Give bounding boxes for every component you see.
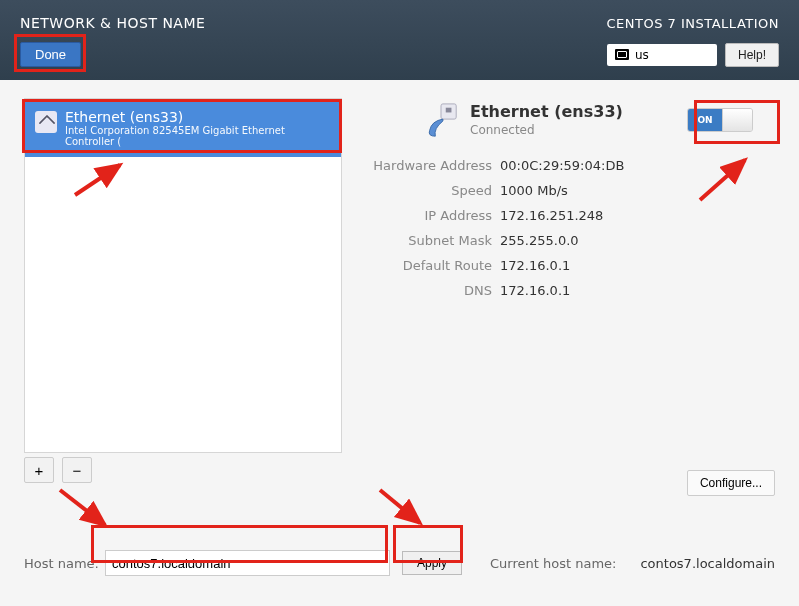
speed-label: Speed	[362, 183, 492, 198]
add-nic-button[interactable]: +	[24, 457, 54, 483]
nic-details: Ethernet (ens33) Connected ON Hardware A…	[362, 98, 775, 483]
nic-list[interactable]: Ethernet (ens33) Intel Corporation 82545…	[24, 98, 342, 453]
subnet-value: 255.255.0.0	[500, 233, 775, 248]
details-interface-name: Ethernet (ens33)	[470, 102, 623, 121]
current-hostname-label: Current host name:	[490, 556, 616, 571]
apply-button[interactable]: Apply	[402, 551, 462, 575]
connection-toggle[interactable]: ON	[687, 108, 753, 132]
nic-list-toolbar: + −	[24, 457, 342, 483]
remove-nic-button[interactable]: −	[62, 457, 92, 483]
ethernet-icon	[35, 111, 57, 133]
toggle-on-label: ON	[688, 109, 722, 131]
hw-addr-label: Hardware Address	[362, 158, 492, 173]
keyboard-icon	[615, 49, 629, 60]
dns-label: DNS	[362, 283, 492, 298]
top-header: NETWORK & HOST NAME CENTOS 7 INSTALLATIO…	[0, 0, 799, 80]
details-status: Connected	[470, 123, 623, 137]
ethernet-large-icon	[422, 102, 460, 140]
keyboard-layout-label: us	[635, 48, 649, 62]
nic-item-description: Intel Corporation 82545EM Gigabit Ethern…	[65, 125, 331, 147]
hostname-label: Host name:	[24, 556, 99, 571]
speed-value: 1000 Mb/s	[500, 183, 775, 198]
page-title: NETWORK & HOST NAME	[20, 15, 205, 31]
nic-item-name: Ethernet (ens33)	[65, 109, 331, 125]
svg-rect-1	[446, 108, 452, 113]
gateway-label: Default Route	[362, 258, 492, 273]
done-button[interactable]: Done	[20, 42, 81, 67]
gateway-value: 172.16.0.1	[500, 258, 775, 273]
hostname-input[interactable]	[105, 550, 390, 576]
help-button[interactable]: Help!	[725, 43, 779, 67]
ip-label: IP Address	[362, 208, 492, 223]
nic-item[interactable]: Ethernet (ens33) Intel Corporation 82545…	[25, 99, 341, 157]
subnet-label: Subnet Mask	[362, 233, 492, 248]
toggle-handle	[722, 109, 752, 131]
nic-info-table: Hardware Address 00:0C:29:59:04:DB Speed…	[362, 158, 775, 298]
keyboard-layout-selector[interactable]: us	[607, 44, 717, 66]
content-area: Ethernet (ens33) Intel Corporation 82545…	[0, 88, 799, 606]
hw-addr-value: 00:0C:29:59:04:DB	[500, 158, 775, 173]
ip-value: 172.16.251.248	[500, 208, 775, 223]
configure-button[interactable]: Configure...	[687, 470, 775, 496]
hostname-footer: Host name: Apply Current host name: cont…	[24, 550, 775, 576]
installer-title: CENTOS 7 INSTALLATION	[606, 16, 779, 31]
current-hostname-value: contos7.localdomain	[640, 556, 775, 571]
dns-value: 172.16.0.1	[500, 283, 775, 298]
nic-sidebar: Ethernet (ens33) Intel Corporation 82545…	[24, 98, 342, 483]
